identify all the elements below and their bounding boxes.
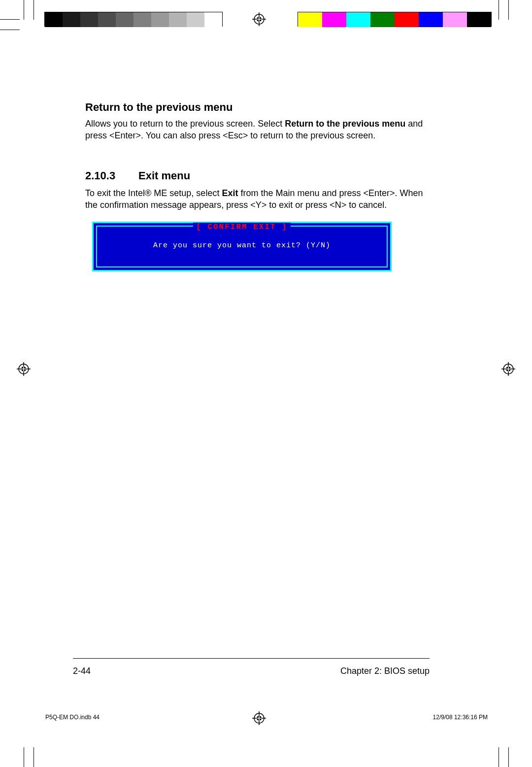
imprint-file: P5Q-EM DO.indb 44 xyxy=(45,714,100,721)
section-exit-title: Exit menu xyxy=(138,169,190,182)
imprint-line: P5Q-EM DO.indb 44 12/9/08 12:36:16 PM xyxy=(45,714,488,721)
registration-mark-icon xyxy=(501,362,515,376)
registration-mark-icon xyxy=(252,12,266,26)
section-return-body: Allows you to return to the previous scr… xyxy=(85,118,430,142)
registration-mark-icon xyxy=(17,362,31,376)
page-footer: 2-44 Chapter 2: BIOS setup xyxy=(73,666,430,676)
page-number: 2-44 xyxy=(73,666,91,676)
footer-rule xyxy=(73,658,430,659)
grey-swatch-bar xyxy=(44,12,223,27)
section-number: 2.10.3 xyxy=(85,169,138,182)
confirm-exit-dialog: [ CONFIRM EXIT ] Are you sure you want t… xyxy=(92,222,392,271)
color-swatch-bar xyxy=(298,12,492,27)
imprint-timestamp: 12/9/08 12:36:16 PM xyxy=(433,714,488,721)
section-exit-body: To exit the Intel® ME setup, select Exit… xyxy=(85,187,430,211)
dialog-message: Are you sure you want to exit? (Y/N) xyxy=(102,241,382,250)
dialog-title: [ CONFIRM EXIT ] xyxy=(193,223,291,232)
page-content: Return to the previous menu Allows you t… xyxy=(85,101,430,271)
section-return-title: Return to the previous menu xyxy=(85,101,430,114)
chapter-label: Chapter 2: BIOS setup xyxy=(340,666,430,676)
